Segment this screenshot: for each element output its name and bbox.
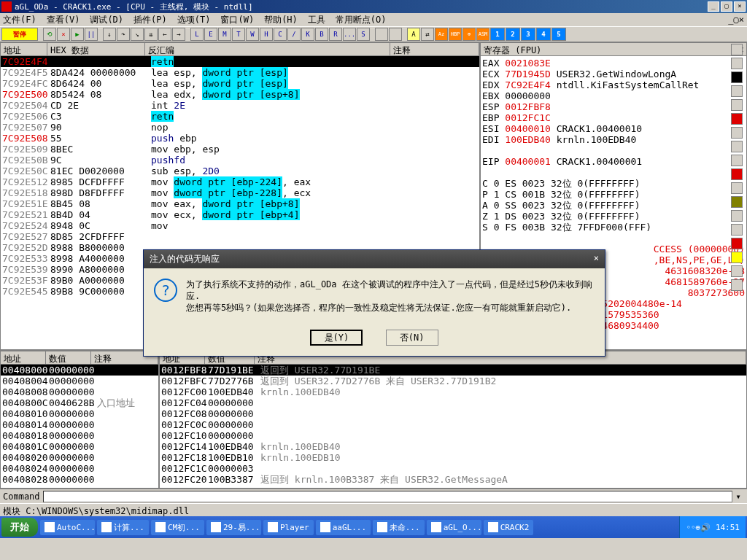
dialog-close-icon[interactable]: × xyxy=(594,253,599,265)
api-button[interactable]: ⇄ xyxy=(421,28,434,41)
register-row[interactable]: ESI 00400010 CRACK1.00400010 xyxy=(482,123,745,134)
letter-btn-B[interactable]: B xyxy=(315,28,328,41)
menu-view[interactable]: 查看(V) xyxy=(47,14,80,26)
stack-row[interactable]: 0012FC20100B3387返回到 krnln.100B3387 来自 US… xyxy=(160,474,746,485)
rtool-2[interactable] xyxy=(731,58,743,69)
taskbar-item[interactable]: 29-易... xyxy=(206,520,261,535)
rtool-8[interactable] xyxy=(731,141,743,152)
rtool-1[interactable] xyxy=(731,44,743,55)
stack-row[interactable]: 0012FC1000000000 xyxy=(160,430,746,441)
col-addr-header[interactable]: 地址 xyxy=(1,43,47,55)
goto-button[interactable]: → xyxy=(172,28,185,41)
register-row[interactable]: ECX 77D1945D USER32.GetWindowLongA xyxy=(482,69,745,79)
close-button[interactable]: × xyxy=(734,1,746,12)
rtool-7[interactable] xyxy=(731,127,743,139)
restart-button[interactable]: ⟲ xyxy=(43,28,56,41)
taskbar-item[interactable]: CRACK2 xyxy=(484,520,534,535)
letter-btn-K[interactable]: K xyxy=(301,28,314,41)
trace-over-button[interactable]: ⇊ xyxy=(144,28,158,41)
taskbar-item[interactable]: CM初... xyxy=(151,520,204,535)
dump-row[interactable]: 0040801C00000000 xyxy=(1,441,158,452)
tool-btn-a[interactable] xyxy=(375,28,388,41)
letter-btn-H[interactable]: H xyxy=(260,28,273,41)
trace-into-button[interactable]: ↘ xyxy=(131,28,144,41)
pause-button[interactable]: 暂停 xyxy=(1,28,38,41)
menu-file[interactable]: 文件(F) xyxy=(3,14,36,26)
stack-row[interactable]: 0012FC00100EDB40krnln.100EDB40 xyxy=(160,386,746,397)
asm-button[interactable]: ASM xyxy=(476,28,489,41)
dump-body[interactable]: 0040800000000000004080040000000000408008… xyxy=(1,365,158,488)
rtool-11[interactable] xyxy=(731,182,743,194)
step-over-button[interactable]: ↷ xyxy=(117,28,130,41)
taskbar-item[interactable]: aGL_O... xyxy=(427,520,481,535)
num-btn-1[interactable]: 1 xyxy=(490,28,505,41)
dump-row[interactable]: 0040802400000000 xyxy=(1,463,158,474)
maximize-button[interactable]: ▢ xyxy=(721,1,732,12)
step-into-button[interactable]: ↓ xyxy=(103,28,116,41)
stack-body[interactable]: 0012FBF877D191BE返回到 USER32.77D191BE0012F… xyxy=(160,365,746,488)
letter-btn-/[interactable]: / xyxy=(287,28,301,41)
menu-debug[interactable]: 调试(D) xyxy=(90,14,123,26)
rtool-12[interactable] xyxy=(731,196,743,208)
letter-btn-W[interactable]: W xyxy=(246,28,259,41)
rtool-16[interactable] xyxy=(731,252,743,263)
dump-row[interactable]: 0040802000000000 xyxy=(1,452,158,463)
stack-row[interactable]: 0012FC0400000000 xyxy=(160,397,746,408)
disasm-row[interactable]: 7C92E504CD 2Eint 2E xyxy=(1,100,479,111)
pause-debug-button[interactable]: || xyxy=(85,28,98,41)
col-hex-header[interactable]: HEX 数据 xyxy=(47,43,145,55)
stack-row[interactable]: 0012FC1C00000003 xyxy=(160,463,746,474)
registers-header[interactable]: 寄存器 (FPU) < xyxy=(481,43,746,56)
menu-plugin[interactable]: 插件(P) xyxy=(133,14,167,26)
execute-till-return-button[interactable]: ← xyxy=(158,28,171,41)
command-input[interactable] xyxy=(43,491,732,502)
dump-col-addr[interactable]: 地址 xyxy=(1,351,46,364)
num-btn-5[interactable]: 5 xyxy=(551,28,566,41)
menu-tools[interactable]: 工具 xyxy=(308,14,325,26)
rtool-18[interactable] xyxy=(731,279,743,291)
start-button[interactable]: 开始 xyxy=(1,518,38,537)
dump-row[interactable]: 0040801400000000 xyxy=(1,419,158,430)
letter-btn-M[interactable]: M xyxy=(218,28,231,41)
rtool-15[interactable] xyxy=(731,238,743,249)
stack-row[interactable]: 0012FC0C00000000 xyxy=(160,419,746,430)
stack-row[interactable]: 0012FC0800000000 xyxy=(160,408,746,419)
disasm-row[interactable]: 7C92E5098BECmov ebp, esp xyxy=(1,144,479,155)
num-btn-3[interactable]: 3 xyxy=(521,28,535,41)
letter-btn-L[interactable]: L xyxy=(190,28,204,41)
register-row[interactable]: ESP 0012FBF8 xyxy=(482,101,745,112)
rtool-14[interactable] xyxy=(731,224,743,236)
disasm-row[interactable]: 7C92E50B9Cpushfd xyxy=(1,155,479,166)
system-tray[interactable]: ◦◦⊕🔊 14:51 xyxy=(679,516,746,538)
dump-row[interactable]: 0040800800000000 xyxy=(1,386,158,397)
hbp-button[interactable]: HBP xyxy=(449,28,462,41)
letter-btn-E[interactable]: E xyxy=(204,28,217,41)
mdi-restore[interactable]: ▢ xyxy=(734,15,739,25)
dump-col-val[interactable]: 数值 xyxy=(46,351,91,364)
minimize-button[interactable]: _ xyxy=(708,1,719,12)
rtool-3[interactable] xyxy=(731,71,743,83)
menu-options[interactable]: 选项(T) xyxy=(177,14,211,26)
letter-btn-R[interactable]: R xyxy=(329,28,342,41)
taskbar-item[interactable]: Player xyxy=(263,520,314,535)
command-dropdown-icon[interactable]: ▾ xyxy=(732,491,744,502)
menu-help[interactable]: 帮助(H) xyxy=(264,14,298,26)
menu-window[interactable]: 窗口(W) xyxy=(220,14,254,26)
tray-icons[interactable]: ◦◦⊕🔊 xyxy=(686,523,711,532)
disasm-row[interactable]: 7C92E50790nop xyxy=(1,122,479,133)
taskbar-item[interactable]: AutoC... xyxy=(40,520,95,535)
disasm-row[interactable]: 7C92E5218B4D 04mov ecx, dword ptr [ebp+4… xyxy=(1,209,479,220)
taskbar-item[interactable]: 未命... xyxy=(373,520,425,535)
disasm-row[interactable]: 7C92E51E8B45 08mov eax, dword ptr [ebp+8… xyxy=(1,198,479,209)
run-button[interactable]: ▶ xyxy=(71,28,84,41)
disasm-row[interactable]: 7C92E5128985 DCFDFFFFmov dword ptr [ebp-… xyxy=(1,176,479,187)
rtool-13[interactable] xyxy=(731,210,743,222)
disasm-row[interactable]: 7C92E5278D85 2CFDFFFF xyxy=(1,231,479,242)
letter-btn-C[interactable]: C xyxy=(274,28,287,41)
dialog-no-button[interactable]: 否(N) xyxy=(386,330,438,346)
dialog-titlebar[interactable]: 注入的代码无响应 × xyxy=(144,250,605,268)
register-row[interactable]: EBP 0012FC1C xyxy=(482,112,745,123)
taskbar-item[interactable]: 计算... xyxy=(97,520,149,535)
obj-button[interactable]: ⊕ xyxy=(462,28,476,41)
disasm-row[interactable]: 7C92E4FC8D6424 00lea esp, dword ptr [esp… xyxy=(1,78,479,89)
